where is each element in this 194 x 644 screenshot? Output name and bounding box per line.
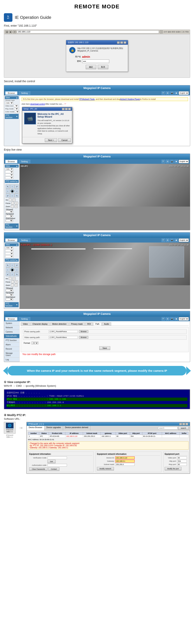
ptz-left-l2[interactable]: ← xyxy=(6,268,10,272)
focus-near[interactable]: - xyxy=(11,202,14,205)
view-collapse[interactable]: ▲ xyxy=(16,96,18,99)
nav-videoaudio[interactable]: Video&Audio xyxy=(4,334,19,338)
video-path-input[interactable] xyxy=(49,336,78,339)
ipc-cancel-btn[interactable]: Cancel xyxy=(58,138,71,142)
modify-port-btn[interactable]: Modify the port xyxy=(165,467,181,470)
download-control-link[interactable]: download.control xyxy=(30,103,45,105)
activex-link[interactable]: ActiveX Hosting Plugin xyxy=(120,98,140,100)
color-mode-select-l1[interactable] xyxy=(5,176,13,179)
language-select-l2[interactable]: English xyxy=(179,238,189,242)
nav-system[interactable]: System xyxy=(4,321,19,326)
tab-path[interactable]: Path xyxy=(93,322,102,326)
zoom-out-l2[interactable]: - xyxy=(11,284,14,287)
iw-close[interactable]: ✕ xyxy=(186,423,188,425)
view-collapse-l2[interactable]: ▲ xyxy=(16,244,18,246)
nav-log[interactable]: Log xyxy=(4,358,19,362)
ptz-collapse[interactable]: ▼ xyxy=(16,116,18,118)
tiltspeed-select-l2[interactable] xyxy=(6,289,13,292)
language-select-s[interactable]: English xyxy=(179,317,189,321)
record-icon-s[interactable]: ⏺ xyxy=(175,317,178,321)
ptz-upleft-l2[interactable]: ↖ xyxy=(6,263,10,268)
tab-roi[interactable]: ROI xyxy=(85,322,93,326)
ipc-maximize[interactable]: □ xyxy=(65,108,68,110)
close-btn[interactable]: ✕ xyxy=(124,42,126,44)
stream-type-select[interactable]: main stream xyxy=(5,102,13,104)
setting-btn-settings[interactable]: Setting xyxy=(19,317,30,321)
photo-path-input[interactable] xyxy=(49,330,78,333)
search-input[interactable] xyxy=(158,427,178,430)
address-bar[interactable]: 192.168.1.110 xyxy=(17,30,159,34)
maximize-btn[interactable]: □ xyxy=(120,42,123,44)
ipc-next-btn[interactable]: Next > xyxy=(45,138,57,142)
browse-btn-settings[interactable]: Browse xyxy=(5,317,17,321)
refresh-btn[interactable]: ↺ xyxy=(13,30,16,34)
camera-icon-l1[interactable]: 📷 xyxy=(170,160,174,163)
tiltspeed-select[interactable] xyxy=(6,210,13,213)
iris-open-l2[interactable]: + xyxy=(12,277,16,280)
view-collapse-l1[interactable]: ▲ xyxy=(16,165,18,167)
http-port-input[interactable] xyxy=(177,460,187,462)
camera-icon-l2[interactable]: 📷 xyxy=(170,238,174,242)
browse-btn-install[interactable]: Browse xyxy=(5,91,17,95)
password-input[interactable] xyxy=(82,60,109,63)
iris-close-l2[interactable]: - xyxy=(9,277,12,280)
ptz-fn-collapse-l2[interactable]: ▼ xyxy=(16,304,18,306)
tab-char-display[interactable]: Character display xyxy=(30,322,50,326)
downspeed-select[interactable] xyxy=(6,220,13,222)
ptz-upright[interactable]: ↗ xyxy=(14,184,19,189)
ptz-toggle-l1[interactable]: ▲ xyxy=(16,180,18,182)
get-btn[interactable]: Get xyxy=(47,460,55,463)
ptz-upright-l2[interactable]: ↗ xyxy=(14,263,19,268)
iris-close[interactable]: - xyxy=(9,198,12,201)
color-mode-select[interactable] xyxy=(15,110,19,113)
gear-icon[interactable]: ⚙ xyxy=(166,91,169,95)
play-mode-select[interactable] xyxy=(14,108,18,110)
camera-icon-s[interactable]: 📷 xyxy=(170,317,174,321)
minimize-btn[interactable]: _ xyxy=(117,42,120,44)
tab-privacy[interactable]: Privacy mask xyxy=(69,322,85,326)
gear-icon-l2[interactable]: ⚙ xyxy=(166,238,169,242)
cancel-button[interactable]: 取消 xyxy=(98,65,108,69)
ptz-toggle-l2[interactable]: ▲ xyxy=(16,259,18,261)
contact-btn[interactable]: Contact xyxy=(48,467,59,471)
play-mode-select-l1[interactable] xyxy=(5,174,13,176)
iw-tab-upgrades[interactable]: Device upgrades xyxy=(44,426,63,430)
record-icon-l2[interactable]: ⏺ xyxy=(175,238,178,242)
nav-camera[interactable]: Camera xyxy=(4,330,19,334)
modify-network-btn[interactable]: Modify network xyxy=(97,467,114,470)
panspeed-select-l2[interactable] xyxy=(6,294,13,296)
ptz-up-l2[interactable]: ↑ xyxy=(10,263,14,268)
forward-btn[interactable]: ▶ xyxy=(9,30,12,34)
ptz-downright-l2[interactable]: ↘ xyxy=(14,272,19,276)
stream-type-select-l2[interactable]: main stream xyxy=(5,246,13,249)
downspeed-select-l2[interactable] xyxy=(6,298,13,300)
tab-video[interactable]: Video xyxy=(21,322,30,326)
stream-type-select-l1[interactable]: main stream xyxy=(5,168,13,170)
save-btn[interactable]: Save xyxy=(99,346,110,350)
browse-btn-live1[interactable]: Browse xyxy=(5,160,17,163)
iw-maximize[interactable]: □ xyxy=(182,423,185,425)
language-select-l1[interactable]: English xyxy=(179,160,189,163)
nav-record[interactable]: Record xyxy=(4,347,19,351)
nav-alarm[interactable]: Alarm xyxy=(4,342,19,347)
play-mode-select-l2[interactable] xyxy=(5,252,13,255)
panspeed-select[interactable] xyxy=(6,215,13,218)
search-icon[interactable]: 🔍 xyxy=(162,91,165,95)
nav-network[interactable]: Network xyxy=(4,326,19,330)
ptz-left[interactable]: ← xyxy=(6,189,10,193)
zoom-out[interactable]: - xyxy=(11,205,14,208)
gateway-input[interactable] xyxy=(115,460,135,462)
zoom-in-l2[interactable]: + xyxy=(14,284,18,287)
setting-btn-live1[interactable]: Setting xyxy=(19,160,30,163)
verification-input[interactable] xyxy=(47,456,67,459)
auth-code-input[interactable] xyxy=(47,464,67,466)
tab-audio[interactable]: Audio xyxy=(102,322,111,326)
ptz-down[interactable]: ↓ xyxy=(10,193,14,198)
ok-button[interactable]: 确定 xyxy=(86,65,96,69)
fpx-link[interactable]: FPXActiveX Tools xyxy=(79,98,94,100)
ptz-right-l2[interactable]: → xyxy=(14,268,19,272)
focus-near-l2[interactable]: - xyxy=(11,280,14,283)
go-btn[interactable]: → xyxy=(160,30,163,34)
video-size-select[interactable] xyxy=(14,104,18,107)
search-icon-l2[interactable]: 🔍 xyxy=(162,238,165,242)
